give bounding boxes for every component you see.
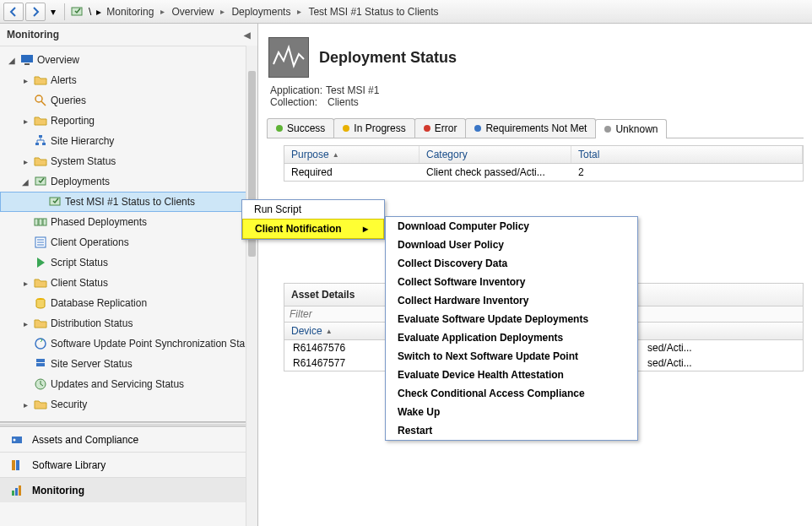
database-icon [34, 296, 47, 310]
workspace-assets[interactable]: Assets and Compliance [0, 426, 257, 452]
menu-collect-software-inventory[interactable]: Collect Software Inventory [386, 273, 637, 291]
expand-icon[interactable]: ▸ [20, 76, 30, 85]
deployment-icon [48, 195, 62, 209]
tree-system-status[interactable]: ▸ System Status [0, 151, 257, 171]
workspace-software-library[interactable]: Software Library [0, 452, 257, 477]
breadcrumb-leaf[interactable]: Test MSI #1 Status to Clients [305, 4, 441, 19]
sort-asc-icon: ▲ [333, 151, 339, 159]
status-tabs: Success In Progress Error Requirements N… [267, 118, 804, 138]
sync-icon [34, 337, 47, 350]
folder-icon [34, 155, 47, 168]
cell-compliance: sed/Acti... [639, 355, 803, 371]
menu-switch-sup[interactable]: Switch to Next Software Update Point [386, 347, 637, 366]
back-button[interactable] [3, 3, 24, 21]
menu-check-conditional-access[interactable]: Check Conditional Access Compliance [386, 384, 637, 403]
expand-icon[interactable]: ▸ [20, 117, 30, 126]
updates-icon [34, 377, 47, 391]
tree-client-operations[interactable]: Client Operations [0, 232, 257, 252]
tab-error[interactable]: Error [414, 118, 467, 138]
menu-evaluate-software-update[interactable]: Evaluate Software Update Deployments [386, 310, 637, 328]
menu-download-user-policy[interactable]: Download User Policy [386, 236, 637, 254]
tree-client-status[interactable]: ▸ Client Status [0, 273, 257, 293]
menu-wake-up[interactable]: Wake Up [386, 403, 637, 421]
workspace-monitoring[interactable]: Monitoring [0, 477, 257, 502]
tree-site-server-status[interactable]: Site Server Status [0, 354, 257, 374]
tab-unknown[interactable]: Unknown [595, 119, 667, 138]
svg-rect-28 [19, 485, 21, 496]
expand-icon[interactable]: ▸ [20, 319, 30, 328]
expand-icon[interactable]: ▸ [20, 157, 30, 166]
application-value: Test MSI #1 [326, 84, 379, 96]
svg-line-4 [41, 101, 46, 106]
collapse-icon[interactable]: ◢ [7, 56, 17, 65]
breadcrumb-root[interactable]: \ [85, 6, 95, 18]
cell-category: Client check passed/Acti... [420, 164, 571, 181]
svg-rect-19 [36, 359, 45, 362]
menu-collect-hardware-inventory[interactable]: Collect Hardware Inventory [386, 291, 637, 310]
svg-point-23 [14, 438, 16, 441]
tree-alerts[interactable]: ▸ Alerts [0, 70, 257, 90]
application-label: Application: [270, 84, 322, 96]
svg-rect-7 [42, 143, 46, 145]
svg-rect-6 [35, 143, 39, 145]
col-category[interactable]: Category [420, 146, 571, 163]
tree-phased-deployments[interactable]: Phased Deployments [0, 212, 257, 232]
cell-total: 2 [571, 164, 803, 181]
tree-sup-sync[interactable]: Software Update Point Synchronization St… [0, 333, 257, 354]
svg-point-18 [35, 339, 46, 349]
workspace-bar: Assets and Compliance Software Library M… [0, 426, 257, 502]
tree-security[interactable]: ▸ Security [0, 394, 257, 415]
breadcrumb: Monitoring ▸ Overview ▸ Deployments ▸ Te… [103, 4, 441, 19]
history-dropdown[interactable]: ▾ [47, 6, 59, 18]
collapse-icon[interactable]: ◢ [20, 177, 30, 187]
tree-deployments[interactable]: ◢ Deployments [0, 171, 257, 192]
tree-updates-servicing[interactable]: Updates and Servicing Status [0, 374, 257, 394]
summary-grid: Purpose▲ Category Total Required Client … [284, 145, 804, 182]
tree-test-msi[interactable]: Test MSI #1 Status to Clients [0, 192, 257, 212]
submenu-arrow-icon: ▸ [363, 223, 368, 235]
context-menu: Run Script Client Notification ▸ [241, 199, 385, 240]
library-icon [10, 458, 24, 472]
menu-client-notification[interactable]: Client Notification ▸ [242, 219, 384, 239]
svg-rect-20 [36, 363, 45, 366]
search-icon [34, 94, 47, 107]
deployment-status-icon [268, 37, 309, 78]
nav-scrollbar[interactable] [246, 46, 257, 526]
tree-distribution-status[interactable]: ▸ Distribution Status [0, 313, 257, 333]
tree-queries[interactable]: Queries [0, 90, 257, 111]
deployment-icon [70, 5, 84, 19]
menu-run-script[interactable]: Run Script [242, 200, 384, 219]
svg-rect-11 [39, 219, 42, 225]
tree-overview[interactable]: ◢ Overview [0, 50, 257, 70]
breadcrumb-overview[interactable]: Overview [168, 4, 217, 19]
forward-button[interactable] [25, 3, 46, 21]
navigation-pane: Monitoring ◀ ◢ Overview ▸ Alerts Queries… [0, 24, 258, 526]
menu-collect-discovery-data[interactable]: Collect Discovery Data [386, 254, 637, 273]
col-compliance[interactable] [639, 323, 803, 339]
menu-restart[interactable]: Restart [386, 421, 637, 440]
breadcrumb-deployments[interactable]: Deployments [228, 4, 294, 19]
tree-reporting[interactable]: ▸ Reporting [0, 111, 257, 131]
tab-success[interactable]: Success [267, 118, 334, 138]
menu-evaluate-device-health[interactable]: Evaluate Device Health Attestation [386, 366, 637, 384]
expand-icon[interactable]: ▸ [20, 400, 30, 409]
play-icon [34, 256, 47, 269]
deployment-icon [34, 175, 47, 188]
tab-req-not-met[interactable]: Requirements Not Met [465, 118, 596, 138]
svg-rect-12 [43, 219, 46, 225]
assets-icon [10, 433, 24, 447]
tree-database-replication[interactable]: Database Replication [0, 293, 257, 313]
col-total[interactable]: Total [571, 146, 803, 163]
expand-icon[interactable]: ▸ [20, 279, 30, 288]
menu-evaluate-application-deployments[interactable]: Evaluate Application Deployments [386, 328, 637, 347]
nav-tree: ◢ Overview ▸ Alerts Queries ▸ Reporting [0, 46, 257, 418]
tree-script-status[interactable]: Script Status [0, 252, 257, 273]
menu-download-computer-policy[interactable]: Download Computer Policy [386, 217, 637, 236]
table-row[interactable]: Required Client check passed/Acti... 2 [284, 164, 803, 181]
tab-in-progress[interactable]: In Progress [333, 118, 414, 138]
monitor-icon [20, 53, 34, 67]
tree-site-hierarchy[interactable]: Site Hierarchy [0, 131, 257, 151]
breadcrumb-monitoring[interactable]: Monitoring [103, 4, 157, 19]
collapse-pane-button[interactable]: ◀ [244, 30, 251, 40]
col-purpose[interactable]: Purpose▲ [284, 146, 420, 163]
